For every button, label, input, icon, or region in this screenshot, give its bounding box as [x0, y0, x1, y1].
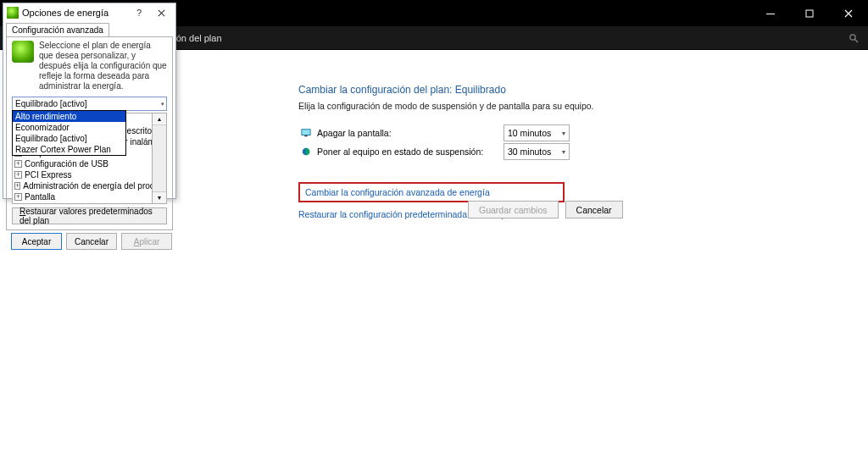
row-sleep-label: Poner al equipo en estado de suspensión:: [317, 147, 483, 157]
sleep-select[interactable]: 30 minutos ▾: [504, 143, 570, 160]
power-options-icon: [7, 7, 19, 19]
close-dialog-button[interactable]: [150, 3, 172, 22]
dialog-tabs: Configuración avanzada: [3, 22, 175, 36]
tree-row[interactable]: +Pantalla: [13, 191, 152, 202]
restore-btn-rest: estaurar valores predeterminados del pla…: [19, 207, 153, 225]
help-button[interactable]: ?: [128, 3, 150, 22]
tree-scrollbar[interactable]: ▴ ▾: [153, 113, 167, 204]
tree-row[interactable]: +Administración de energía del procesado…: [13, 180, 152, 191]
option-razer-cortex[interactable]: Razer Cortex Power Plan: [13, 144, 125, 155]
combo-selected-value: Equilibrado [activo]: [15, 99, 87, 108]
minimize-button[interactable]: [751, 0, 790, 26]
tree-label: Configuración de USB: [25, 159, 108, 169]
scroll-up-button[interactable]: ▴: [153, 113, 166, 125]
tree-label: PCI Express: [25, 170, 72, 180]
svg-rect-1: [806, 10, 813, 17]
tree-label: Administración de energía del procesador: [23, 181, 153, 191]
display-off-value: 10 minutos: [508, 128, 551, 138]
expand-icon[interactable]: +: [14, 193, 22, 201]
svg-rect-4: [304, 135, 307, 137]
tree-row[interactable]: +PCI Express: [13, 169, 152, 180]
close-button[interactable]: [829, 0, 868, 26]
option-economizador[interactable]: Economizador: [13, 122, 125, 133]
option-equilibrado[interactable]: Equilibrado [activo]: [13, 133, 125, 144]
dialog-footer-buttons: Aceptar Cancelar Aplicar: [3, 233, 175, 254]
tab-advanced[interactable]: Configuración avanzada: [6, 23, 109, 37]
option-alto-rendimiento[interactable]: Alto rendimiento: [13, 111, 125, 122]
sleep-icon: [300, 146, 312, 158]
dialog-tabpanel: Seleccione el plan de energía que desea …: [6, 36, 173, 230]
tree-label: Pantalla: [25, 192, 55, 202]
energy-icon: [12, 41, 34, 63]
dialog-desc-text: Seleccione el plan de energía que desea …: [39, 41, 167, 91]
save-changes-button[interactable]: Guardar cambios: [468, 201, 559, 218]
cancel-dialog-button[interactable]: Cancelar: [66, 233, 117, 250]
chevron-down-icon: ▾: [562, 148, 565, 156]
scroll-down-button[interactable]: ▾: [153, 191, 166, 203]
chevron-down-icon: ▾: [161, 101, 164, 108]
page-subtitle: Elija la configuración de modo de suspen…: [298, 101, 773, 111]
row-display-label: Apagar la pantalla:: [317, 128, 392, 138]
advanced-settings-link[interactable]: Cambiar la configuración avanzada de ene…: [298, 182, 565, 202]
chevron-down-icon: ▾: [562, 130, 565, 137]
power-plan-combo[interactable]: Equilibrado [activo] ▾ Alto rendimiento …: [12, 97, 167, 111]
cancel-button[interactable]: Cancelar: [565, 201, 623, 218]
expand-icon[interactable]: +: [14, 171, 22, 179]
restore-row: Restaurar valores predeterminados del pl…: [7, 207, 172, 229]
restore-plan-defaults-button[interactable]: Restaurar valores predeterminados del pl…: [12, 207, 167, 224]
page-title: Cambiar la configuración del plan: Equil…: [298, 84, 773, 96]
sleep-value: 30 minutos: [508, 147, 551, 157]
expand-icon[interactable]: +: [14, 160, 22, 168]
svg-rect-0: [766, 14, 775, 14]
expand-icon[interactable]: +: [14, 182, 20, 190]
maximize-button[interactable]: [790, 0, 829, 26]
display-off-select[interactable]: 10 minutos ▾: [504, 124, 570, 141]
apply-button[interactable]: Aplicar: [121, 233, 172, 250]
combo-dropdown: Alto rendimiento Economizador Equilibrad…: [12, 110, 126, 156]
monitor-icon: [300, 127, 312, 139]
row-display-off: Apagar la pantalla: 10 minutos ▾: [300, 124, 773, 141]
window-controls: [751, 0, 868, 26]
search-icon[interactable]: [846, 30, 861, 46]
svg-point-2: [850, 34, 855, 39]
tree-row[interactable]: +Configuración de USB: [13, 158, 152, 169]
dialog-title: Opciones de energía: [22, 8, 128, 18]
dialog-titlebar: Opciones de energía ?: [3, 3, 175, 22]
ok-button[interactable]: Aceptar: [11, 233, 62, 250]
svg-rect-3: [302, 130, 310, 135]
plan-footer-buttons: Guardar cambios Cancelar: [468, 201, 623, 218]
power-options-dialog: Opciones de energía ? Configuración avan…: [3, 3, 176, 199]
row-sleep: Poner al equipo en estado de suspensión:…: [300, 143, 773, 160]
dialog-description: Seleccione el plan de energía que desea …: [7, 37, 172, 95]
